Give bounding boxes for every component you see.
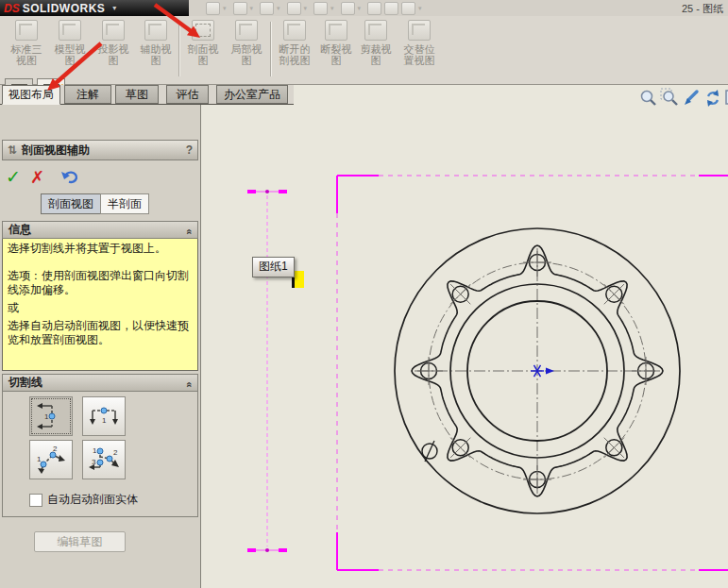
open-icon[interactable] <box>233 2 247 15</box>
multi-segment-cutting-line-button[interactable]: 123 <box>82 440 126 479</box>
section-view-assist-icon: ⇅ <box>8 143 17 157</box>
alternate-position-view-icon <box>408 20 431 41</box>
section-view-icon <box>192 20 214 41</box>
svg-text:1: 1 <box>93 446 97 455</box>
tab-view-layout[interactable]: 视图布局 <box>2 85 60 105</box>
broken-out-section-button[interactable]: 断开的剖视图 <box>274 20 315 80</box>
graphics-area[interactable] <box>201 85 728 588</box>
tab-office-products[interactable]: 办公室产品 <box>216 85 288 104</box>
crop-view-icon <box>364 20 387 41</box>
auxiliary-view-button[interactable]: 辅助视图 <box>135 20 177 80</box>
projected-view-icon <box>102 20 125 41</box>
title-bar: DS SOLIDWORKS ▾ ▾ ▾ ▾ ▾ ▾ ▾ ▾ 25 - 图纸 <box>0 0 728 16</box>
aligned-cutting-line-icon: 12 <box>34 444 68 476</box>
cancel-button[interactable]: ✗ <box>30 169 44 186</box>
options-icon[interactable] <box>401 2 415 15</box>
command-manager-ribbon: 标准三视图 模型视图 投影视图 辅助视图 剖面视图 局部视图 断开的剖视图 <box>0 16 728 85</box>
standard-3-views-icon <box>15 20 38 41</box>
undo-icon[interactable] <box>313 2 328 15</box>
model-view-icon <box>59 20 81 41</box>
edit-sketch-button[interactable]: 编辑草图 <box>34 531 126 552</box>
svg-text:2: 2 <box>113 448 118 457</box>
ds-logo: DS <box>4 2 20 15</box>
sheet-tooltip: 图纸1 <box>252 257 295 277</box>
ribbon-separator <box>270 22 271 76</box>
property-manager-panel: ⇅ 剖面视图辅助 ? ✓ ✗ 剖面视图 半剖面 « 信息 选择切割线并将其置于视… <box>0 105 201 588</box>
break-view-button[interactable]: 断裂视图 <box>317 20 355 80</box>
ribbon-separator <box>178 22 179 76</box>
alternate-position-view-button[interactable]: 交替位置视图 <box>397 20 442 80</box>
solidworks-logo: DS SOLIDWORKS ▾ <box>0 0 189 16</box>
cutting-line-section-header[interactable]: « 切割线 <box>2 374 198 392</box>
file-properties-icon[interactable] <box>384 2 398 15</box>
select-icon[interactable] <box>341 2 355 15</box>
break-view-icon <box>325 20 347 41</box>
collapse-chevron-icon: « <box>180 228 196 234</box>
tab-annotation[interactable]: 注解 <box>64 85 111 104</box>
horizontal-cutting-line-icon: 1 <box>87 400 121 432</box>
heads-up-view-toolbar <box>638 88 728 109</box>
info-message-box: 选择切割线并将其置于视图上。 选项：使用剖面视图弹出窗口向切割线添加偏移。 或 … <box>2 239 198 371</box>
panel-title: 剖面视图辅助 <box>22 143 90 159</box>
multi-segment-cutting-line-icon: 123 <box>87 444 121 476</box>
panel-action-row: ✓ ✗ <box>6 167 80 188</box>
standard-3-views-button[interactable]: 标准三视图 <box>6 20 47 80</box>
help-button[interactable]: ? <box>186 143 193 157</box>
detail-view-icon <box>235 20 258 41</box>
print-icon[interactable] <box>287 2 301 15</box>
ok-button[interactable]: ✓ <box>6 169 21 186</box>
vertical-cutting-line-button[interactable]: 1 <box>29 396 73 436</box>
detail-view-button[interactable]: 局部视图 <box>226 20 267 80</box>
auxiliary-view-icon <box>144 20 167 41</box>
undo-button[interactable] <box>59 168 80 187</box>
svg-text:1: 1 <box>37 455 42 463</box>
projected-view-button[interactable]: 投影视图 <box>93 20 134 80</box>
previous-view-icon[interactable] <box>682 88 701 109</box>
tab-sketch[interactable]: 草图 <box>115 85 159 104</box>
command-tab-strip: 视图布局 注解 草图 评估 办公室产品 <box>0 85 294 105</box>
rebuild-icon[interactable] <box>367 2 381 15</box>
property-manager-header: ⇅ 剖面视图辅助 ? <box>2 140 198 160</box>
zoom-to-fit-icon[interactable] <box>638 88 657 109</box>
svg-text:3: 3 <box>92 458 96 466</box>
model-view-button[interactable]: 模型视图 <box>49 20 91 80</box>
vertical-cutting-line-icon: 1 <box>34 400 68 432</box>
save-icon[interactable] <box>260 2 274 15</box>
cutting-line-options: 1 1 12 <box>2 392 198 517</box>
info-section-header[interactable]: « 信息 <box>2 221 198 239</box>
quick-access-toolbar: ▾ ▾ ▾ ▾ ▾ ▾ ▾ <box>206 1 426 15</box>
section-view-button[interactable]: 剖面视图 <box>182 20 224 80</box>
menu-expand-caret[interactable]: ▾ <box>112 4 116 12</box>
auto-start-section-row: 自动启动剖面实体 <box>29 492 138 508</box>
crop-view-button[interactable]: 剪裁视图 <box>357 20 395 80</box>
document-title: 25 - 图纸 <box>682 2 728 16</box>
auto-start-section-checkbox[interactable] <box>29 494 42 507</box>
broken-out-section-icon <box>283 20 306 41</box>
new-document-icon[interactable] <box>206 2 220 15</box>
tab-evaluate[interactable]: 评估 <box>166 85 209 104</box>
collapse-chevron-icon: « <box>180 381 196 387</box>
solidworks-window: DS SOLIDWORKS ▾ ▾ ▾ ▾ ▾ ▾ ▾ ▾ 25 - 图纸 标准… <box>0 0 728 588</box>
half-section-mode-button[interactable]: 半剖面 <box>100 193 149 214</box>
svg-text:1: 1 <box>44 412 49 421</box>
section-mode-buttons: 剖面视图 半剖面 <box>41 193 149 214</box>
aligned-cutting-line-button[interactable]: 12 <box>29 440 73 479</box>
redraw-icon[interactable] <box>703 88 722 109</box>
zoom-to-area-icon[interactable] <box>660 88 679 109</box>
auto-start-section-label: 自动启动剖面实体 <box>47 492 138 508</box>
horizontal-cutting-line-button[interactable]: 1 <box>82 396 126 436</box>
section-view-mode-button[interactable]: 剖面视图 <box>41 193 100 214</box>
svg-text:1: 1 <box>102 416 107 425</box>
